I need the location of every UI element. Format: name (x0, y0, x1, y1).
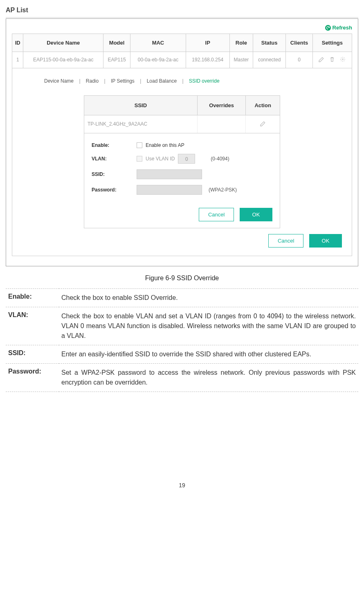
enable-checkbox[interactable] (137, 142, 142, 148)
col-mac: MAC (130, 34, 186, 52)
enable-label: Enable: (92, 142, 137, 148)
desc-text-password: Set a WPA2-PSK password to access the wi… (59, 363, 358, 392)
enable-checkbox-label: Enable on this AP (146, 142, 184, 148)
subtab-load-balance[interactable]: Load Balance (145, 78, 178, 84)
cancel-button-outer[interactable]: Cancel (268, 234, 303, 248)
trash-icon[interactable] (329, 56, 335, 64)
ok-button-outer[interactable]: OK (309, 234, 342, 248)
refresh-label: Refresh (333, 25, 352, 31)
cell-settings (312, 52, 352, 68)
vlan-id-input[interactable]: 0 (178, 154, 195, 164)
col-status: Status (253, 34, 285, 52)
ssid-label: SSID: (92, 171, 137, 177)
expand-panel: Device Name | Radio | IP Settings | Load… (12, 68, 352, 256)
col-id: ID (12, 34, 23, 52)
cell-action (246, 115, 280, 133)
cell-overrides (197, 115, 245, 133)
desc-row: Enable: Check the box to enable SSID Ove… (6, 288, 358, 307)
form-area: Enable: Enable on this AP VLAN: Use VLAN… (84, 133, 280, 205)
subtab-radio[interactable]: Radio (84, 78, 100, 84)
figure-caption: Figure 6-9 SSID Override (6, 275, 358, 282)
col-overrides: Overrides (197, 96, 245, 115)
password-label: Password: (92, 187, 137, 193)
description-table: Enable: Check the box to enable SSID Ove… (6, 288, 358, 392)
vlan-checkbox[interactable] (137, 156, 142, 162)
table-row[interactable]: 1 EAP115-00-0a-eb-9a-2a-ac EAP115 00-0a-… (12, 52, 352, 68)
desc-label-ssid: SSID: (6, 345, 59, 363)
separator: | (76, 78, 83, 84)
cell-ssid: TP-LINK_2.4GHz_9A2AAC (84, 115, 197, 133)
password-input[interactable] (137, 185, 202, 195)
refresh-button[interactable]: Refresh (325, 25, 352, 31)
cell-model: EAP115 (103, 52, 130, 68)
subtabs: Device Name | Radio | IP Settings | Load… (43, 78, 342, 84)
vlan-range-hint: (0-4094) (211, 156, 229, 162)
cell-clients: 0 (286, 52, 312, 68)
ssid-override-box: SSID Overrides Action TP-LINK_2.4GHz_9A2… (84, 95, 280, 228)
svg-point-0 (342, 59, 344, 60)
cell-mac: 00-0a-eb-9a-2a-ac (130, 52, 186, 68)
separator: | (180, 78, 186, 84)
col-action: Action (246, 96, 280, 115)
cell-device-name: EAP115-00-0a-eb-9a-2a-ac (23, 52, 103, 68)
desc-label-vlan: VLAN: (6, 307, 59, 345)
col-model: Model (103, 34, 130, 52)
ap-list-panel: Refresh ID Device Name Model MAC IP Role… (6, 18, 358, 266)
desc-label-password: Password: (6, 363, 59, 392)
cell-status: connected (253, 52, 285, 68)
col-settings: Settings (312, 34, 352, 52)
desc-row: Password: Set a WPA2-PSK password to acc… (6, 363, 358, 392)
cell-role: Master (229, 52, 253, 68)
refresh-icon (325, 25, 331, 31)
col-ssid: SSID (84, 96, 197, 115)
edit-icon[interactable] (318, 56, 325, 64)
col-role: Role (229, 34, 253, 52)
col-device-name: Device Name (23, 34, 103, 52)
edit-icon[interactable] (260, 122, 266, 128)
ap-table: ID Device Name Model MAC IP Role Status … (12, 34, 352, 68)
separator: | (102, 78, 108, 84)
vlan-checkbox-label: Use VLAN ID (146, 156, 175, 162)
cell-ip: 192.168.0.254 (186, 52, 229, 68)
ssid-input[interactable] (137, 169, 202, 179)
desc-row: VLAN: Check the box to enable VLAN and s… (6, 307, 358, 345)
desc-label-enable: Enable: (6, 288, 59, 307)
ok-button[interactable]: OK (240, 208, 272, 221)
subtab-ip-settings[interactable]: IP Settings (109, 78, 136, 84)
col-ip: IP (186, 34, 229, 52)
col-clients: Clients (286, 34, 312, 52)
ssid-row: TP-LINK_2.4GHz_9A2AAC (84, 115, 280, 133)
subtab-ssid-override[interactable]: SSID override (187, 78, 221, 84)
cancel-button[interactable]: Cancel (199, 208, 234, 221)
subtab-device-name[interactable]: Device Name (43, 78, 75, 84)
desc-row: SSID: Enter an easily-identified SSID to… (6, 345, 358, 363)
page-number: 19 (6, 482, 358, 488)
desc-text-ssid: Enter an easily-identified SSID to overr… (59, 345, 358, 363)
cell-id: 1 (12, 52, 23, 68)
separator: | (137, 78, 144, 84)
desc-text-enable: Check the box to enable SSID Override. (59, 288, 358, 307)
password-hint: (WPA2-PSK) (209, 187, 237, 193)
desc-text-vlan: Check the box to enable VLAN and set a V… (59, 307, 358, 345)
vlan-label: VLAN: (92, 156, 137, 162)
ssid-table: SSID Overrides Action TP-LINK_2.4GHz_9A2… (84, 96, 280, 133)
led-icon[interactable] (339, 56, 346, 64)
ap-list-title: AP List (6, 4, 358, 18)
